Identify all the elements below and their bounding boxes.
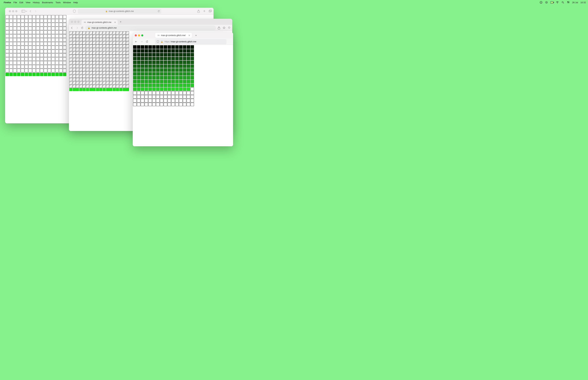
chrome-traffic-lights[interactable]	[70, 21, 80, 23]
menu-help[interactable]: Help	[73, 1, 78, 4]
tab-overview-icon[interactable]	[209, 10, 212, 12]
back-button[interactable]	[29, 10, 32, 13]
traffic-close[interactable]	[71, 21, 73, 23]
firefox-window[interactable]: max-gl-contexts.glitch.me/ ✕ ＋ 🔒 https:/…	[133, 32, 233, 146]
grammarly-icon[interactable]: G	[539, 1, 543, 4]
traffic-zoom[interactable]	[141, 34, 143, 37]
grid-cell	[59, 34, 63, 38]
forward-button[interactable]	[76, 27, 78, 29]
grid-cell	[137, 68, 141, 72]
grid-cell	[160, 45, 164, 49]
grid-cell-broken	[79, 51, 82, 55]
menubar-time[interactable]: 10:32	[580, 1, 586, 4]
grid-cell-broken	[79, 65, 82, 68]
reload-button[interactable]	[146, 40, 148, 43]
wifi-icon[interactable]	[556, 1, 559, 4]
menu-window[interactable]: Window	[63, 1, 71, 4]
menu-tools[interactable]: Tools	[56, 1, 60, 4]
traffic-minimize[interactable]	[138, 34, 140, 37]
battery-charging-icon[interactable]: ⚡	[550, 1, 553, 4]
forward-button[interactable]	[34, 10, 37, 13]
share-icon[interactable]	[197, 10, 200, 13]
reload-button[interactable]	[81, 27, 84, 29]
traffic-minimize[interactable]	[12, 10, 14, 12]
grid-cell	[145, 49, 148, 53]
grid-cell	[148, 49, 152, 53]
grid-cell-broken	[106, 85, 109, 88]
traffic-zoom[interactable]	[77, 21, 79, 23]
traffic-zoom[interactable]	[15, 10, 17, 12]
firefox-address-bar[interactable]: 🔒 https://max-gl-contexts.glitch.me	[155, 39, 227, 44]
menu-view[interactable]: View	[26, 1, 30, 4]
safari-sidebar-button[interactable]	[21, 10, 27, 13]
safari-toolbar: 🔒 max-gl-contexts.glitch.me	[5, 8, 213, 15]
menu-bookmarks[interactable]: Bookmarks	[42, 1, 53, 4]
extensions-icon[interactable]	[228, 26, 230, 29]
grid-cell-broken	[103, 68, 106, 71]
grid-cell-broken	[93, 61, 96, 64]
grid-cell	[160, 53, 164, 57]
play-circle-icon[interactable]	[545, 1, 548, 4]
spotlight-icon[interactable]	[561, 1, 564, 4]
grid-cell-broken	[73, 51, 76, 55]
grid-cell	[187, 87, 190, 91]
grid-cell	[179, 103, 183, 106]
safari-traffic-lights[interactable]	[7, 10, 19, 12]
traffic-close[interactable]	[9, 10, 11, 12]
grid-cell	[21, 23, 24, 26]
grid-cell	[175, 64, 179, 68]
firefox-traffic-lights[interactable]	[134, 34, 144, 37]
firefox-toolbar: 🔒 https://max-gl-contexts.glitch.me	[133, 38, 233, 45]
grid-cell	[152, 64, 156, 68]
menubar-app-name[interactable]: Firefox	[4, 1, 11, 4]
grid-cell	[59, 73, 63, 76]
grid-cell	[36, 42, 40, 46]
privacy-shield-icon[interactable]	[73, 10, 76, 13]
menu-file[interactable]: File	[13, 1, 17, 4]
traffic-minimize[interactable]	[74, 21, 76, 23]
reload-icon[interactable]	[158, 10, 160, 12]
chrome-new-tab-button[interactable]: ＋	[118, 19, 123, 24]
menubar-date[interactable]: 26 Jul	[572, 1, 578, 4]
firefox-new-tab-button[interactable]: ＋	[194, 33, 198, 38]
menu-history[interactable]: History	[33, 1, 40, 4]
share-icon[interactable]	[218, 26, 220, 29]
close-tab-icon[interactable]: ✕	[188, 34, 190, 37]
chrome-tab[interactable]: max-gl-contexts.glitch.me ✕	[81, 20, 118, 25]
menu-edit[interactable]: Edit	[19, 1, 23, 4]
grid-cell	[190, 57, 194, 60]
back-button[interactable]	[71, 27, 73, 29]
new-tab-icon[interactable]	[203, 10, 206, 12]
firefox-tab[interactable]: max-gl-contexts.glitch.me/ ✕	[155, 33, 192, 38]
grid-cell	[40, 73, 44, 76]
grid-cell	[183, 72, 187, 76]
grid-cell	[113, 88, 116, 91]
control-center-icon[interactable]	[567, 1, 570, 4]
grid-cell	[55, 23, 59, 26]
grid-cell-broken	[86, 55, 89, 58]
grid-cell-broken	[126, 81, 129, 84]
grid-cell	[179, 87, 183, 91]
grid-cell	[55, 53, 59, 57]
traffic-close[interactable]	[135, 34, 137, 37]
grid-cell-broken	[96, 38, 99, 41]
close-tab-icon[interactable]: ✕	[114, 21, 116, 24]
grid-cell-broken	[99, 31, 102, 34]
safari-address-bar[interactable]: 🔒 max-gl-contexts.glitch.me	[78, 9, 161, 14]
grid-cell	[145, 57, 148, 60]
grid-cell	[171, 87, 175, 91]
grid-cell	[133, 57, 137, 60]
chrome-omnibox[interactable]: 🔒 max-gl-contexts.glitch.me	[85, 25, 216, 30]
tracking-shield-icon[interactable]	[157, 40, 159, 43]
grid-cell	[171, 83, 175, 87]
bookmark-star-icon[interactable]	[223, 26, 226, 29]
grid-cell	[183, 53, 187, 57]
grid-cell-broken	[106, 65, 109, 68]
grid-cell-broken	[79, 75, 82, 78]
grid-cell	[179, 95, 183, 99]
grid-cell-broken	[113, 85, 116, 88]
back-button[interactable]	[135, 40, 137, 43]
forward-button[interactable]	[140, 40, 143, 43]
grid-cell-broken	[126, 55, 129, 58]
grid-cell	[179, 91, 183, 95]
